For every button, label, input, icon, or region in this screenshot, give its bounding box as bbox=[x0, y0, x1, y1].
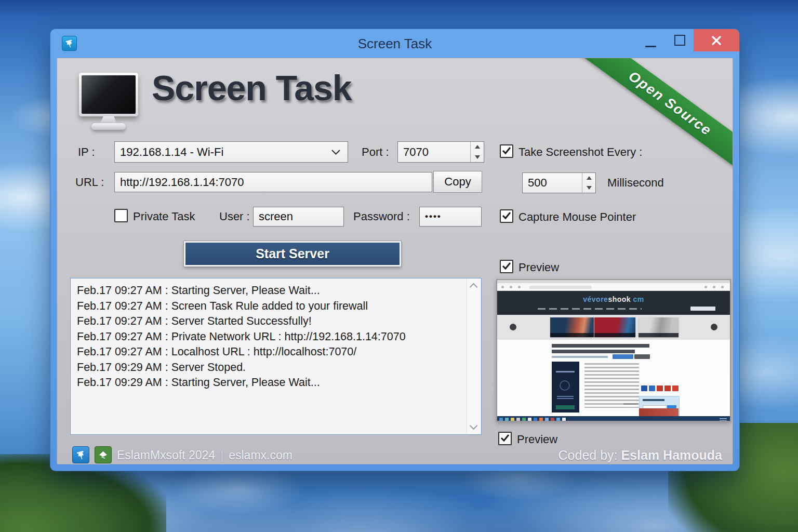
server-log[interactable]: Feb.17 09:27 AM : Starting Server, Pleas… bbox=[70, 278, 482, 435]
footer-brand: EslamMxsoft 2024 bbox=[117, 448, 215, 462]
ribbon-label: Open Source bbox=[626, 68, 715, 139]
thumb-taskbar-icon bbox=[545, 418, 549, 421]
thumb-pdf-icon bbox=[672, 385, 679, 391]
send-icon bbox=[98, 449, 109, 460]
minimize-button[interactable] bbox=[645, 46, 656, 47]
scroll-up-icon[interactable] bbox=[470, 283, 478, 291]
copy-button[interactable]: Copy bbox=[433, 171, 482, 193]
thumb-taskbar-icon bbox=[499, 418, 503, 421]
log-line: Feb.17 09:27 AM : Localhost URL : http:/… bbox=[77, 344, 460, 360]
log-line: Feb.17 09:27 AM : Private Network URL : … bbox=[77, 329, 460, 345]
thumb-site-header: vévoreshook cm bbox=[497, 291, 730, 315]
thumb-taskbar-icon bbox=[511, 418, 514, 421]
url-label: URL : bbox=[75, 176, 104, 189]
thumb-logo-part: vévore bbox=[583, 295, 608, 303]
footer-separator: | bbox=[220, 448, 223, 462]
log-line: Feb.17 09:29 AM : Server Stoped. bbox=[77, 360, 460, 376]
titlebar[interactable]: Screen Task bbox=[50, 29, 739, 58]
preview-top-label: Preview bbox=[518, 261, 559, 274]
scroll-down-icon[interactable] bbox=[470, 422, 478, 430]
password-input[interactable] bbox=[419, 207, 482, 227]
interval-spin-up[interactable] bbox=[582, 173, 595, 183]
interval-unit-label: Millisecond bbox=[607, 176, 664, 190]
thumb-poster-line bbox=[556, 371, 575, 373]
private-task-checkbox[interactable] bbox=[114, 209, 128, 222]
monitor-base bbox=[91, 123, 126, 130]
port-spin-down[interactable] bbox=[471, 152, 484, 163]
thumb-slide bbox=[594, 317, 635, 337]
thumb-slide bbox=[550, 317, 594, 337]
password-label: Password : bbox=[353, 210, 410, 223]
app-logo-title: Screen Task bbox=[152, 68, 352, 108]
interval-spin-down[interactable] bbox=[582, 183, 595, 193]
footer-share-icon[interactable] bbox=[95, 446, 112, 463]
take-screenshot-checkbox[interactable] bbox=[500, 144, 513, 158]
log-lines: Feb.17 09:27 AM : Starting Server, Pleas… bbox=[77, 283, 460, 391]
footer-text: EslamMxsoft 2024|eslamx.com bbox=[117, 448, 292, 462]
thumb-paragraph-text bbox=[584, 363, 639, 408]
thumb-meta-line bbox=[552, 356, 608, 358]
thumb-taskbar-icon bbox=[551, 418, 554, 421]
check-icon bbox=[500, 433, 510, 443]
ip-select-value: 192.168.1.14 - Wi-Fi bbox=[120, 145, 223, 159]
log-line: Feb.17 09:29 AM : Starting Server, Pleas… bbox=[77, 375, 460, 391]
thumb-slide bbox=[639, 317, 679, 337]
preview-bottom-label: Preview bbox=[517, 433, 557, 446]
private-task-label: Private Task bbox=[133, 210, 195, 223]
port-spin-up[interactable] bbox=[471, 142, 484, 152]
pushpin-icon bbox=[75, 449, 86, 460]
thumb-carousel bbox=[497, 315, 730, 340]
thumb-poster-line bbox=[557, 396, 574, 400]
thumb-back-icon bbox=[501, 286, 504, 288]
arrow-up-icon bbox=[587, 176, 592, 180]
start-server-label: Start Server bbox=[256, 246, 329, 261]
thumb-url-text bbox=[529, 286, 592, 289]
chevron-down-icon bbox=[331, 150, 340, 155]
thumb-poster-ring bbox=[560, 380, 570, 391]
thumb-pdf-icon bbox=[664, 385, 671, 391]
capture-mouse-label: Capture Mouse Pointer bbox=[518, 210, 636, 224]
window-content: Screen Task Open Source IP : 192.168.1.1… bbox=[57, 58, 733, 464]
thumb-ad-banner bbox=[639, 408, 679, 416]
thumb-poster-image bbox=[552, 362, 579, 413]
check-icon bbox=[501, 210, 512, 221]
screen-task-window: Screen Task Screen Task Open Source bbox=[50, 29, 740, 471]
capture-mouse-checkbox[interactable] bbox=[500, 209, 513, 223]
thumb-comments-link bbox=[623, 403, 638, 405]
footer-app-icon[interactable] bbox=[72, 446, 89, 463]
preview-top-checkbox[interactable] bbox=[500, 260, 513, 273]
preview-bottom-checkbox[interactable] bbox=[498, 432, 512, 445]
thumb-site-logo: vévoreshook cm bbox=[497, 295, 730, 303]
thumb-logo-part: cm bbox=[631, 295, 644, 303]
check-icon bbox=[501, 145, 512, 156]
arrow-down-icon bbox=[587, 186, 592, 190]
thumb-share-badge bbox=[613, 354, 633, 359]
user-input[interactable] bbox=[253, 207, 344, 227]
interval-spinbox[interactable]: 500 bbox=[522, 172, 596, 193]
credit-label: Coded by: bbox=[558, 448, 621, 462]
ip-select[interactable]: 192.168.1.14 - Wi-Fi bbox=[114, 141, 348, 163]
port-label: Port : bbox=[362, 145, 389, 159]
arrow-down-icon bbox=[475, 155, 480, 159]
thumb-taskbar-icon bbox=[516, 418, 520, 421]
port-spinbox[interactable]: 7070 bbox=[397, 141, 484, 163]
thumb-slide-caption bbox=[550, 333, 594, 337]
log-line: Feb.17 09:27 AM : Starting Server, Pleas… bbox=[77, 283, 460, 299]
ip-label: IP : bbox=[78, 145, 95, 159]
thumb-ext-icon bbox=[713, 286, 715, 288]
thumb-carousel-prev-icon bbox=[510, 324, 516, 330]
monitor-neck bbox=[100, 116, 117, 124]
close-button[interactable] bbox=[694, 29, 739, 51]
start-server-button[interactable]: Start Server bbox=[184, 241, 401, 267]
maximize-button[interactable] bbox=[674, 35, 685, 46]
url-input[interactable] bbox=[114, 172, 432, 192]
thumb-taskbar-icon bbox=[534, 418, 537, 421]
thumb-taskbar-icon bbox=[528, 418, 531, 421]
thumb-carousel-next-icon bbox=[711, 324, 717, 330]
desktop-background: Screen Task Screen Task Open Source bbox=[0, 0, 798, 532]
thumb-headline bbox=[552, 350, 635, 353]
footer-website-link[interactable]: eslamx.com bbox=[229, 448, 292, 462]
thumb-subscribe-title bbox=[643, 399, 664, 401]
thumb-taskbar-icon bbox=[522, 418, 526, 421]
log-scrollbar[interactable] bbox=[467, 279, 481, 434]
